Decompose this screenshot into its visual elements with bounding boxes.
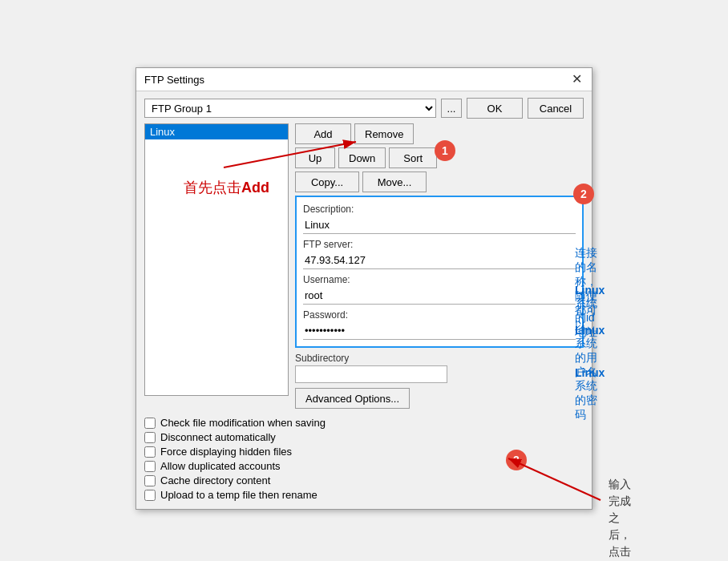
form-section: Description: FTP server: Username: Passw… (295, 196, 584, 348)
username-label: Username: (303, 274, 576, 285)
advanced-options-button[interactable]: Advanced Options... (295, 388, 410, 409)
subdirectory-input[interactable] (295, 365, 447, 383)
password-note-text: Linux系统的密码 (575, 366, 605, 422)
ftp-settings-dialog: FTP Settings ✕ FTP Group 1 ... OK Cancel… (135, 67, 593, 510)
checkbox-label-5: Upload to a temp file then rename (160, 489, 317, 501)
checkbox-3[interactable] (144, 461, 156, 472)
badge-3: 3 (506, 450, 527, 470)
checkbox-row-1: Disconnect automatically (144, 431, 584, 443)
add-button[interactable]: Add (295, 123, 351, 144)
badge-1: 1 (435, 140, 455, 161)
checkbox-5[interactable] (144, 490, 156, 501)
checkbox-0[interactable] (144, 418, 156, 429)
cancel-button[interactable]: Cancel (528, 98, 584, 119)
dialog-title: FTP Settings (144, 74, 204, 86)
move-button[interactable]: Move... (362, 172, 427, 192)
server-list: Linux (144, 123, 289, 396)
username-input[interactable] (303, 287, 576, 305)
ok-button[interactable]: OK (467, 98, 523, 119)
password-label: Password: (303, 309, 576, 321)
add-instruction-text: 首先点击Add (184, 178, 269, 197)
checkbox-row-4: Cache directory content (144, 474, 584, 486)
remove-button[interactable]: Remove (354, 123, 414, 144)
description-input[interactable] (303, 216, 576, 234)
sort-button[interactable]: Sort (389, 147, 437, 168)
up-button[interactable]: Up (295, 147, 335, 168)
checkbox-4[interactable] (144, 475, 156, 486)
password-input[interactable] (303, 322, 576, 340)
dots-button[interactable]: ... (441, 99, 462, 118)
checkbox-1[interactable] (144, 432, 156, 443)
checkbox-label-3: Allow duplicated accounts (160, 460, 281, 472)
checkbox-row-5: Upload to a temp file then rename (144, 489, 584, 501)
checkbox-2[interactable] (144, 446, 156, 458)
copy-button[interactable]: Copy... (295, 172, 359, 192)
close-button[interactable]: ✕ (570, 73, 584, 86)
description-label: Description: (303, 204, 576, 215)
checkbox-label-0: Check file modification when saving (160, 417, 326, 429)
badge-2: 2 (573, 184, 594, 204)
ftp-server-input[interactable] (303, 252, 576, 269)
advanced-note-text: 输入完成之后， 点击高级选项 (609, 476, 631, 561)
subdirectory-label: Subdirectory (295, 353, 584, 364)
checkbox-row-0: Check file modification when saving (144, 417, 584, 429)
list-item[interactable]: Linux (145, 124, 288, 139)
checkbox-label-4: Cache directory content (160, 474, 270, 486)
group-select[interactable]: FTP Group 1 (144, 99, 436, 118)
checkbox-label-2: Force displaying hidden files (160, 446, 292, 458)
checkbox-label-1: Disconnect automatically (160, 431, 276, 443)
ftp-server-label: FTP server: (303, 239, 576, 250)
down-button[interactable]: Down (338, 147, 386, 168)
title-bar: FTP Settings ✕ (136, 68, 592, 91)
